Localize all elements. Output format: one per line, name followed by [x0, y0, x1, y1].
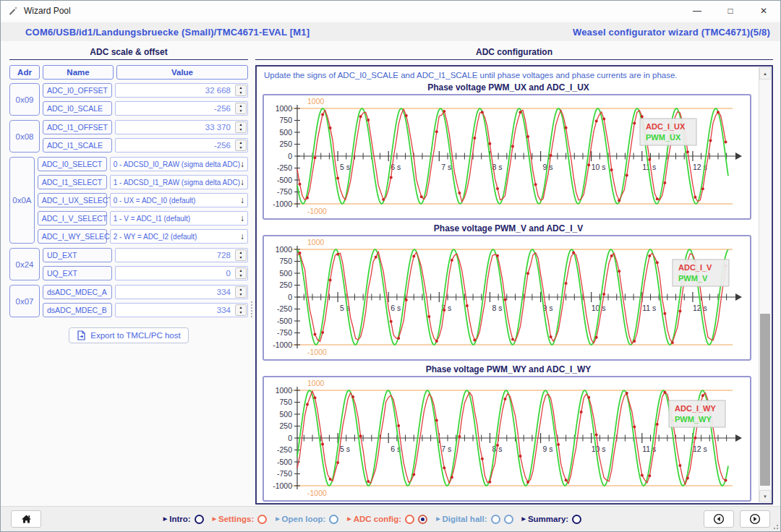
spinbox-value[interactable]: 334 [116, 304, 234, 317]
svg-text:0: 0 [288, 434, 292, 442]
value-dropdown[interactable]: 1 - ADCSD_I1_RAW (sigma delta ADC)↓ [110, 175, 248, 189]
forward-arrow-icon [749, 513, 761, 525]
step-radio[interactable] [491, 515, 500, 524]
step-marker-icon: ▶ [163, 516, 167, 522]
spinner-buttons[interactable]: ▲▼ [235, 249, 247, 261]
dropdown-arrow-icon[interactable]: ↓ [240, 195, 244, 205]
step-radio-selected[interactable] [418, 515, 427, 524]
dropdown-arrow-icon[interactable]: ↓ [240, 213, 244, 223]
adr-cell: 0x07 [9, 285, 40, 317]
spinbox-value[interactable]: -256 [116, 139, 234, 152]
spinner-down-icon[interactable]: ▼ [236, 145, 246, 150]
spinner-buttons[interactable]: ▲▼ [235, 121, 247, 133]
spinner-up-icon[interactable]: ▲ [236, 268, 246, 273]
value-spinbox[interactable]: 33 370▲▼ [115, 120, 248, 134]
spinbox-value[interactable]: 334 [116, 286, 234, 299]
resize-grip[interactable] [772, 523, 778, 529]
spinner-up-icon[interactable]: ▲ [236, 85, 246, 90]
table-row: UQ_EXT0▲▼ [43, 266, 248, 280]
step-marker-icon: ▶ [436, 516, 440, 522]
dropdown-arrow-icon[interactable]: ↓ [240, 231, 244, 241]
export-button[interactable]: Export to TMCL/PC host [69, 327, 188, 343]
spinner-buttons[interactable]: ▲▼ [235, 140, 247, 151]
step-radio[interactable] [405, 515, 414, 524]
maximize-button[interactable]: □ [714, 1, 747, 20]
wizard-title: Weasel configurator wizard (TMC4671)(5/8… [573, 27, 770, 38]
footer-bar: ▶Intro:▶Settings:▶Open loop:▶ADC config:… [1, 506, 780, 531]
value-dropdown[interactable]: 0 - UX = ADC_I0 (default)↓ [110, 193, 248, 207]
spinner-up-icon[interactable]: ▲ [236, 140, 246, 145]
wizard-step: ▶Summary: [522, 515, 582, 524]
spinner-down-icon[interactable]: ▼ [236, 292, 246, 297]
value-dropdown[interactable]: 0 - ADCSD_I0_RAW (sigma delta ADC)↓ [110, 157, 248, 171]
svg-text:750: 750 [279, 116, 292, 124]
spinner-down-icon[interactable]: ▼ [236, 90, 246, 95]
value-spinbox[interactable]: -256▲▼ [115, 101, 248, 116]
home-button[interactable] [11, 510, 41, 528]
svg-text:5 s: 5 s [340, 445, 350, 453]
adc-configuration-box: Update the signs of ADC_I0_SCALE and ADC… [255, 65, 773, 505]
step-marker-icon: ▶ [522, 516, 526, 522]
scroll-down-button[interactable]: ▼ [759, 490, 771, 502]
chart-section: Phase voltage PWM_WY and ADC_I_WY1000-10… [263, 364, 754, 502]
scrollbar-thumb[interactable] [760, 314, 770, 486]
spinner-buttons[interactable]: ▲▼ [235, 304, 247, 316]
chart-canvas: 1000-100010007505002500-250-500-750-1000… [264, 95, 750, 218]
spinner-up-icon[interactable]: ▲ [236, 305, 246, 310]
dropdown-arrow-icon[interactable]: ↓ [240, 159, 244, 169]
spinbox-value[interactable]: 728 [116, 249, 234, 262]
step-radio[interactable] [572, 515, 581, 524]
spinner-up-icon[interactable]: ▲ [236, 103, 246, 108]
spinbox-value[interactable]: 0 [116, 267, 234, 280]
svg-text:500: 500 [279, 410, 292, 419]
svg-text:-1000: -1000 [307, 207, 327, 215]
spinner-up-icon[interactable]: ▲ [236, 122, 246, 127]
spinner-up-icon[interactable]: ▲ [236, 250, 246, 255]
spinner-down-icon[interactable]: ▼ [236, 108, 246, 113]
spinner-buttons[interactable]: ▲▼ [235, 286, 247, 298]
spinbox-value[interactable]: 33 370 [116, 121, 234, 134]
spinner-down-icon[interactable]: ▼ [236, 273, 246, 278]
spinbox-value[interactable]: 32 668 [116, 84, 234, 97]
value-dropdown[interactable]: 2 - WY = ADC_I2 (default)↓ [110, 229, 248, 244]
export-button-label: Export to TMCL/PC host [90, 331, 180, 340]
dropdown-arrow-icon[interactable]: ↓ [240, 177, 244, 187]
vertical-scrollbar[interactable]: ▲ ▼ [759, 67, 771, 502]
chart-canvas: 1000-100010007505002500-250-500-750-1000… [264, 236, 750, 359]
panel-splitter[interactable] [248, 47, 255, 505]
back-button[interactable] [704, 510, 734, 528]
svg-text:750: 750 [279, 257, 292, 265]
spinner-buttons[interactable]: ▲▼ [235, 267, 247, 279]
step-radio[interactable] [257, 515, 267, 524]
value-spinbox[interactable]: 728▲▼ [115, 248, 248, 262]
value-spinbox[interactable]: 334▲▼ [115, 285, 248, 299]
splitter-grip-icon[interactable] [251, 301, 252, 317]
chart-section: Phase voltage PWM_UX and ADC_I_UX1000-10… [263, 82, 754, 220]
value-spinbox[interactable]: -256▲▼ [115, 138, 248, 153]
scrollbar-track[interactable] [759, 80, 771, 490]
spinner-down-icon[interactable]: ▼ [236, 127, 246, 132]
value-dropdown[interactable]: 1 - V = ADC_I1 (default)↓ [110, 211, 248, 226]
chart-plot: 1000-100010007505002500-250-500-750-1000… [263, 376, 751, 502]
forward-button[interactable] [740, 510, 770, 528]
svg-text:5 s: 5 s [340, 163, 350, 171]
scroll-up-button[interactable]: ▲ [759, 67, 771, 80]
register-table: 0x09ADC_I0_OFFSET32 668▲▼ADC_I0_SCALE-25… [9, 83, 248, 322]
minimize-button[interactable]: — [680, 1, 714, 20]
register-group: 0x07dsADC_MDEC_A334▲▼dsADC_MDEC_B334▲▼ [9, 285, 248, 317]
step-radio[interactable] [329, 515, 338, 524]
step-radio[interactable] [195, 515, 204, 524]
spinner-buttons[interactable]: ▲▼ [235, 85, 247, 96]
value-spinbox[interactable]: 32 668▲▼ [115, 83, 248, 98]
value-spinbox[interactable]: 0▲▼ [115, 266, 248, 280]
close-button[interactable]: ✕ [747, 1, 780, 20]
step-radio[interactable] [504, 515, 513, 524]
spinbox-value[interactable]: -256 [116, 102, 234, 115]
value-spinbox[interactable]: 334▲▼ [115, 303, 248, 317]
spinner-buttons[interactable]: ▲▼ [235, 103, 247, 114]
spinner-up-icon[interactable]: ▲ [236, 287, 246, 292]
chart-plot: 1000-100010007505002500-250-500-750-1000… [263, 235, 751, 361]
spinner-down-icon[interactable]: ▼ [236, 310, 246, 315]
spinner-down-icon[interactable]: ▼ [236, 255, 246, 260]
table-row: ADC_I1_OFFSET33 370▲▼ [43, 120, 248, 134]
